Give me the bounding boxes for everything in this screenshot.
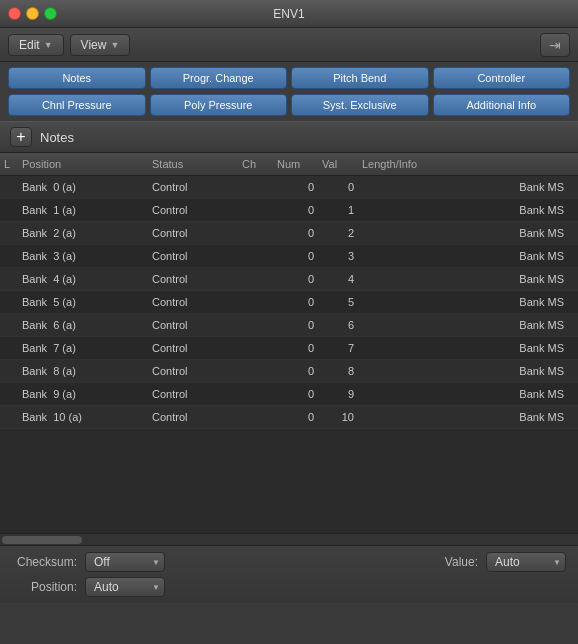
cell-l bbox=[0, 251, 18, 261]
cell-val: 10 bbox=[318, 406, 358, 428]
col-header-num: Num bbox=[273, 156, 318, 172]
cell-info: Bank MS bbox=[358, 337, 578, 359]
filter-row-1: Notes Progr. Change Pitch Bend Controlle… bbox=[0, 62, 578, 94]
filter-btn-syst-exclusive[interactable]: Syst. Exclusive bbox=[291, 94, 429, 116]
section-title: Notes bbox=[40, 130, 74, 145]
cell-l bbox=[0, 182, 18, 192]
horizontal-scrollbar[interactable] bbox=[0, 533, 578, 545]
table-row[interactable]: Bank 8 (a) Control 0 8 Bank MS bbox=[0, 360, 578, 383]
cell-position: Bank 9 (a) bbox=[18, 383, 148, 405]
cell-num: 0 bbox=[273, 337, 318, 359]
cell-status: Control bbox=[148, 337, 238, 359]
view-menu-button[interactable]: View ▼ bbox=[70, 34, 131, 56]
cell-position: Bank 0 (a) bbox=[18, 176, 148, 198]
table-row[interactable]: Bank 6 (a) Control 0 6 Bank MS bbox=[0, 314, 578, 337]
filter-btn-chnl-pressure[interactable]: Chnl Pressure bbox=[8, 94, 146, 116]
col-header-ch: Ch bbox=[238, 156, 273, 172]
filter-btn-pitch-bend[interactable]: Pitch Bend bbox=[291, 67, 429, 89]
table-body: Bank 0 (a) Control 0 0 Bank MS Bank 1 (a… bbox=[0, 176, 578, 429]
table-row[interactable]: Bank 4 (a) Control 0 4 Bank MS bbox=[0, 268, 578, 291]
table-row[interactable]: Bank 0 (a) Control 0 0 Bank MS bbox=[0, 176, 578, 199]
cell-l bbox=[0, 320, 18, 330]
cell-num: 0 bbox=[273, 245, 318, 267]
cell-num: 0 bbox=[273, 314, 318, 336]
filter-row-2: Chnl Pressure Poly Pressure Syst. Exclus… bbox=[0, 94, 578, 121]
cell-info: Bank MS bbox=[358, 314, 578, 336]
h-scroll-thumb[interactable] bbox=[2, 536, 82, 544]
toolbar: Edit ▼ View ▼ ⇥ bbox=[0, 28, 578, 62]
position-select-wrapper: Auto Manual bbox=[85, 577, 165, 597]
cell-num: 0 bbox=[273, 199, 318, 221]
cell-ch bbox=[238, 412, 273, 422]
table-row[interactable]: Bank 3 (a) Control 0 3 Bank MS bbox=[0, 245, 578, 268]
cell-info: Bank MS bbox=[358, 383, 578, 405]
cell-position: Bank 7 (a) bbox=[18, 337, 148, 359]
cell-val: 4 bbox=[318, 268, 358, 290]
cell-status: Control bbox=[148, 314, 238, 336]
cell-num: 0 bbox=[273, 176, 318, 198]
cell-ch bbox=[238, 297, 273, 307]
cell-val: 7 bbox=[318, 337, 358, 359]
value-label: Value: bbox=[413, 555, 478, 569]
cell-val: 5 bbox=[318, 291, 358, 313]
table-row[interactable]: Bank 7 (a) Control 0 7 Bank MS bbox=[0, 337, 578, 360]
cell-val: 1 bbox=[318, 199, 358, 221]
cell-status: Control bbox=[148, 268, 238, 290]
cell-info: Bank MS bbox=[358, 245, 578, 267]
cell-ch bbox=[238, 320, 273, 330]
cell-position: Bank 5 (a) bbox=[18, 291, 148, 313]
table-row[interactable]: Bank 10 (a) Control 0 10 Bank MS bbox=[0, 406, 578, 429]
cell-l bbox=[0, 205, 18, 215]
close-button[interactable] bbox=[8, 7, 21, 20]
table-row[interactable]: Bank 9 (a) Control 0 9 Bank MS bbox=[0, 383, 578, 406]
cell-position: Bank 4 (a) bbox=[18, 268, 148, 290]
table-row[interactable]: Bank 2 (a) Control 0 2 Bank MS bbox=[0, 222, 578, 245]
cell-position: Bank 6 (a) bbox=[18, 314, 148, 336]
maximize-button[interactable] bbox=[44, 7, 57, 20]
table-row[interactable]: Bank 1 (a) Control 0 1 Bank MS bbox=[0, 199, 578, 222]
cell-ch bbox=[238, 343, 273, 353]
checksum-select-wrapper: Off On bbox=[85, 552, 165, 572]
cell-val: 9 bbox=[318, 383, 358, 405]
event-table[interactable]: L Position Status Ch Num Val Length/Info… bbox=[0, 153, 578, 533]
cell-status: Control bbox=[148, 199, 238, 221]
cell-ch bbox=[238, 205, 273, 215]
edit-menu-button[interactable]: Edit ▼ bbox=[8, 34, 64, 56]
cell-l bbox=[0, 228, 18, 238]
add-button[interactable]: + bbox=[10, 127, 32, 147]
window-controls bbox=[8, 7, 57, 20]
footer-value-group: Value: Auto Manual bbox=[173, 552, 566, 572]
checksum-select[interactable]: Off On bbox=[85, 552, 165, 572]
value-select[interactable]: Auto Manual bbox=[486, 552, 566, 572]
table-row[interactable]: Bank 5 (a) Control 0 5 Bank MS bbox=[0, 291, 578, 314]
cell-num: 0 bbox=[273, 360, 318, 382]
position-select[interactable]: Auto Manual bbox=[85, 577, 165, 597]
col-header-l: L bbox=[0, 156, 18, 172]
filter-btn-progr-change[interactable]: Progr. Change bbox=[150, 67, 288, 89]
cell-ch bbox=[238, 274, 273, 284]
cell-val: 8 bbox=[318, 360, 358, 382]
cell-status: Control bbox=[148, 406, 238, 428]
filter-btn-poly-pressure[interactable]: Poly Pressure bbox=[150, 94, 288, 116]
cell-l bbox=[0, 297, 18, 307]
filter-btn-additional-info[interactable]: Additional Info bbox=[433, 94, 571, 116]
value-select-wrapper: Auto Manual bbox=[486, 552, 566, 572]
cell-val: 6 bbox=[318, 314, 358, 336]
filter-btn-controller[interactable]: Controller bbox=[433, 67, 571, 89]
filter-btn-notes[interactable]: Notes bbox=[8, 67, 146, 89]
cell-num: 0 bbox=[273, 268, 318, 290]
cell-l bbox=[0, 343, 18, 353]
cell-info: Bank MS bbox=[358, 268, 578, 290]
cell-position: Bank 1 (a) bbox=[18, 199, 148, 221]
section-header: + Notes bbox=[0, 121, 578, 153]
cell-position: Bank 3 (a) bbox=[18, 245, 148, 267]
minimize-button[interactable] bbox=[26, 7, 39, 20]
footer: Checksum: Off On Value: Auto Manual Posi… bbox=[0, 545, 578, 603]
navigate-button[interactable]: ⇥ bbox=[540, 33, 570, 57]
cell-ch bbox=[238, 228, 273, 238]
col-header-length-info: Length/Info bbox=[358, 156, 578, 172]
cell-info: Bank MS bbox=[358, 176, 578, 198]
cell-info: Bank MS bbox=[358, 291, 578, 313]
cell-info: Bank MS bbox=[358, 406, 578, 428]
footer-row-checksum: Checksum: Off On Value: Auto Manual bbox=[12, 552, 566, 572]
